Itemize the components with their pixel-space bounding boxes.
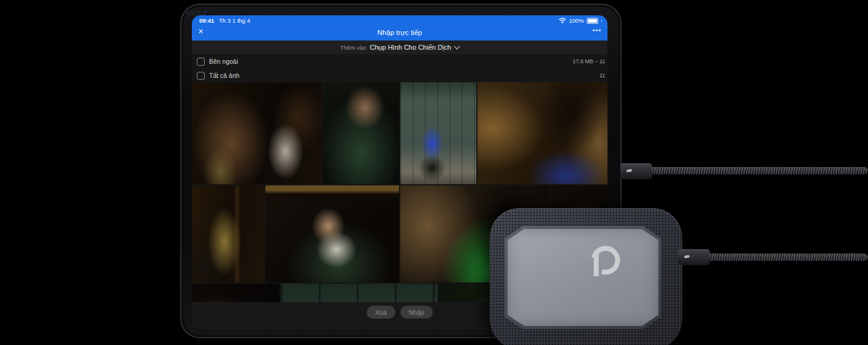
usb-c-connector-bottom xyxy=(678,249,710,265)
import-button[interactable]: Nhập xyxy=(400,306,433,319)
connector-logo-mark xyxy=(684,255,690,258)
scene: 09:41 Th 3 1 thg 4 100% ✕ Nhập trực tiếp xyxy=(0,0,868,345)
ambient-sensor-icon xyxy=(232,13,234,15)
usb-cable-top xyxy=(650,167,868,174)
drive-plate-bevel xyxy=(504,226,661,329)
drive-plate xyxy=(508,229,658,326)
photo-thumbnail-6[interactable] xyxy=(265,185,399,282)
external-drive xyxy=(490,208,682,345)
usb-c-connector-top xyxy=(620,163,652,179)
delete-button[interactable]: Xoá xyxy=(367,306,395,319)
usb-cable-bottom xyxy=(707,254,868,261)
photo-thumbnail-5[interactable] xyxy=(192,185,264,282)
connector-logo-mark xyxy=(626,169,633,172)
photo-thumbnail-3[interactable] xyxy=(400,82,476,184)
g-drive-logo-icon xyxy=(587,242,625,281)
photo-thumbnail-4[interactable] xyxy=(478,82,607,184)
photo-thumbnail-2[interactable] xyxy=(323,82,399,184)
photo-thumbnail-1[interactable] xyxy=(192,82,322,184)
